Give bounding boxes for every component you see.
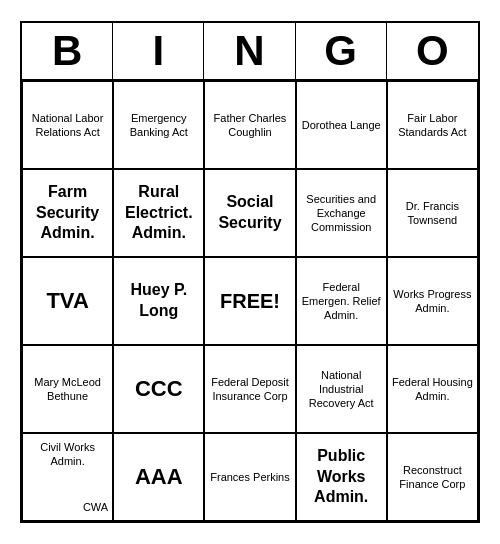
bingo-cell-14: Works Progress Admin.: [387, 257, 478, 345]
bingo-cell-11: Huey P. Long: [113, 257, 204, 345]
bingo-cell-7: Social Security: [204, 169, 295, 257]
bingo-cell-24: Reconstruct Finance Corp: [387, 433, 478, 521]
bingo-cell-22: Frances Perkins: [204, 433, 295, 521]
bingo-cell-1: Emergency Banking Act: [113, 81, 204, 169]
bingo-cell-21: AAA: [113, 433, 204, 521]
bingo-cell-9: Dr. Francis Townsend: [387, 169, 478, 257]
bingo-cell-4: Fair Labor Standards Act: [387, 81, 478, 169]
header-letter-i: I: [113, 23, 204, 79]
bingo-cell-10: TVA: [22, 257, 113, 345]
cwa-top-text: Civil Works Admin.: [27, 440, 108, 469]
bingo-cell-13: Federal Emergen. Relief Admin.: [296, 257, 387, 345]
bingo-cell-15: Mary McLeod Bethune: [22, 345, 113, 433]
bingo-cell-5: Farm Security Admin.: [22, 169, 113, 257]
bingo-cell-23: Public Works Admin.: [296, 433, 387, 521]
bingo-cell-17: Federal Deposit Insurance Corp: [204, 345, 295, 433]
header-letter-n: N: [204, 23, 295, 79]
bingo-cell-0: National Labor Relations Act: [22, 81, 113, 169]
bingo-cell-20: Civil Works Admin.CWA: [22, 433, 113, 521]
bingo-cell-19: Federal Housing Admin.: [387, 345, 478, 433]
header-letter-b: B: [22, 23, 113, 79]
bingo-cell-6: Rural Electrict. Admin.: [113, 169, 204, 257]
bingo-card: BINGO National Labor Relations ActEmerge…: [20, 21, 480, 523]
header-letter-o: O: [387, 23, 478, 79]
bingo-cell-2: Father Charles Coughlin: [204, 81, 295, 169]
bingo-cell-16: CCC: [113, 345, 204, 433]
bingo-grid: National Labor Relations ActEmergency Ba…: [22, 81, 478, 521]
bingo-cell-8: Securities and Exchange Commission: [296, 169, 387, 257]
header-letter-g: G: [296, 23, 387, 79]
bingo-cell-12: FREE!: [204, 257, 295, 345]
bingo-cell-3: Dorothea Lange: [296, 81, 387, 169]
bingo-header: BINGO: [22, 23, 478, 81]
bingo-cell-18: National Industrial Recovery Act: [296, 345, 387, 433]
cwa-bottom-text: CWA: [83, 500, 108, 514]
